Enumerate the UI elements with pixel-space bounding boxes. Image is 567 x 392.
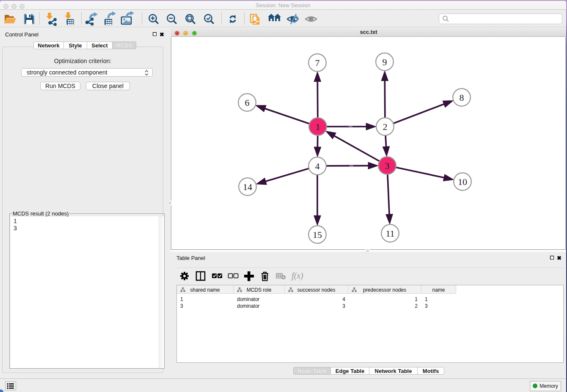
svg-text:4: 4 <box>315 161 320 171</box>
svg-text:8: 8 <box>460 92 464 103</box>
svg-text:9: 9 <box>383 57 387 67</box>
svg-text:10: 10 <box>458 177 467 187</box>
svg-text:1: 1 <box>316 121 320 132</box>
svg-text:6: 6 <box>245 97 250 108</box>
svg-text:15: 15 <box>313 229 322 240</box>
svg-text:11: 11 <box>385 228 394 239</box>
svg-text:2: 2 <box>383 121 388 132</box>
svg-text:f(x): f(x) <box>292 271 303 281</box>
svg-text:7: 7 <box>315 58 320 68</box>
svg-text:14: 14 <box>243 182 252 192</box>
svg-text:3: 3 <box>385 160 390 171</box>
